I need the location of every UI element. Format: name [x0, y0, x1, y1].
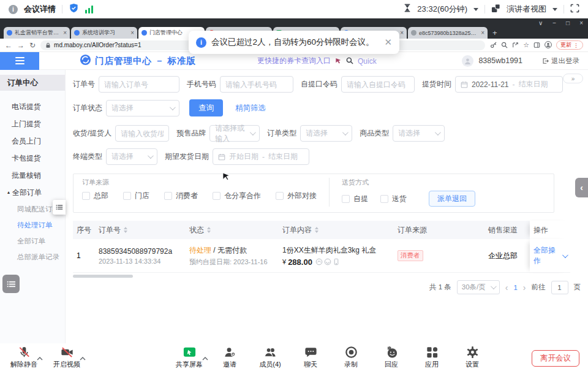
sort-icon[interactable] [315, 227, 318, 233]
checkbox-icon [380, 195, 388, 203]
pickup-time-range[interactable]: 2022-11-21 - 结束日期 [455, 76, 563, 93]
checkbox-consumer[interactable]: 消费者 [164, 191, 198, 201]
toast-close-icon[interactable]: ✕ [384, 37, 392, 48]
all-actions-dropdown[interactable]: 全部操作 [533, 245, 567, 266]
reload-icon[interactable]: ↻ [29, 41, 36, 50]
network-signal-icon[interactable] [85, 6, 93, 13]
checkbox-self-pickup[interactable]: 自提 [342, 194, 368, 204]
collapse-filters-button[interactable]: » [563, 74, 583, 83]
chrome-update-button[interactable]: 更新 ⋮ [556, 40, 583, 50]
checkbox-external[interactable]: 外部对接 [276, 191, 317, 201]
sidebar-item-batch-verify[interactable]: 批量核销 [0, 167, 65, 184]
header-status[interactable]: 状态 [186, 225, 279, 235]
unmute-button[interactable]: 解除静音 [7, 345, 40, 369]
goods-type-select[interactable]: 请选择 [393, 125, 445, 142]
search-icon[interactable] [346, 56, 353, 67]
prev-page-icon[interactable]: ‹ [505, 283, 508, 292]
header-content[interactable]: 订单内容 [279, 225, 394, 235]
forward-icon[interactable]: → [17, 41, 24, 50]
simple-filter-link[interactable]: 精简筛选 [235, 103, 266, 113]
chevron-up-icon[interactable] [80, 352, 86, 363]
order-type-select[interactable]: 请选择 [300, 125, 352, 142]
cell-order-no: 83859345088979792a [99, 247, 172, 256]
goto-page-input[interactable] [551, 281, 568, 294]
divider [329, 178, 330, 207]
order-no-input[interactable] [99, 76, 179, 93]
checkbox-store[interactable]: 门店 [123, 191, 149, 201]
collapse-panel-tab[interactable]: ‹ [575, 178, 588, 197]
terminal-type-select[interactable]: 请选择 [106, 148, 157, 165]
window-minimize-icon[interactable]: − [552, 20, 556, 26]
share-icon[interactable] [512, 40, 519, 51]
sidebar-subitem-hq-dispatch-log[interactable]: 总部派单记录 [0, 249, 65, 265]
header-source: 订单来源 [394, 225, 484, 235]
key-icon[interactable] [490, 40, 497, 51]
receiver-input[interactable] [115, 125, 169, 142]
next-page-icon[interactable]: › [523, 283, 526, 292]
horizontal-scrollbar[interactable] [73, 275, 133, 278]
page-size-select[interactable]: 30条/页 [457, 280, 500, 294]
chat-button[interactable]: 聊天 [294, 345, 327, 369]
profile-icon[interactable] [545, 40, 552, 51]
settings-button[interactable]: 设置 [456, 345, 489, 369]
chevron-up-icon[interactable] [37, 352, 43, 363]
new-tab-button[interactable]: + [492, 27, 497, 39]
checkbox-warehouse-share[interactable]: 仓分享合作 [213, 191, 261, 201]
quick-label[interactable]: Quick [358, 57, 377, 66]
meeting-info-icon[interactable]: i [9, 5, 18, 14]
menu-toggle-button[interactable] [0, 52, 39, 70]
react-button[interactable]: 回应 [375, 345, 408, 369]
apps-button[interactable]: 应用 [415, 345, 448, 369]
logout-button[interactable]: 退出登录 [542, 56, 579, 66]
sidebar-subitem-pending-orders[interactable]: 待处理订单 [0, 217, 65, 233]
sidebar-item-phone-pickup[interactable]: 电话提货 [0, 98, 65, 115]
search-button[interactable]: 查询 [189, 99, 223, 116]
share-screen-button[interactable]: 共享屏幕 [173, 345, 206, 369]
side-panel-icon[interactable] [533, 40, 540, 51]
tab-close-icon[interactable]: × [63, 30, 67, 36]
column-settings-handle[interactable] [53, 200, 66, 215]
fullscreen-icon[interactable] [570, 4, 579, 15]
current-page[interactable]: 1 [513, 284, 517, 291]
sidebar-item-card-pickup[interactable]: 卡包提货 [0, 150, 65, 167]
window-maximize-icon[interactable]: □ [566, 20, 570, 26]
timer-dropdown-icon[interactable] [473, 8, 478, 11]
header-order-no[interactable]: 订单号 [95, 225, 186, 235]
start-video-button[interactable]: 开启视频 [50, 345, 83, 369]
coupon-query-link[interactable]: 更快捷的券卡查询入口 [257, 56, 331, 66]
sidebar-item-door-pickup[interactable]: 上门提货 [0, 115, 65, 132]
dispatch-return-button[interactable]: 派单退回 [429, 191, 475, 207]
checkbox-delivery[interactable]: 送货 [380, 194, 407, 204]
browser-tab-1[interactable]: 礼盒营销平台管理中心 × [4, 27, 70, 39]
browser-tab-7[interactable]: e8c573980b1328a258fd2e6... × [408, 27, 488, 39]
checkbox-hq[interactable]: 总部 [82, 191, 108, 201]
bookmark-star-icon[interactable]: ☆ [523, 41, 529, 49]
select-placeholder: 请选择 [306, 128, 328, 139]
browser-tab-2[interactable]: 系统培训学习 × [71, 27, 137, 39]
order-status-select[interactable]: 请选择 [106, 100, 179, 116]
presale-brand-select[interactable]: 请选择或输入 [209, 125, 260, 142]
members-button[interactable]: 成员(4) [254, 345, 287, 369]
window-menu-icon[interactable]: ∨ [538, 20, 543, 26]
sidebar-item-all-orders[interactable]: ▴ 全部订单 [0, 184, 65, 201]
pickup-code-input[interactable] [341, 76, 415, 93]
shield-check-icon[interactable] [69, 3, 79, 16]
sort-icon[interactable] [207, 227, 211, 233]
invite-button[interactable]: 邀请 [213, 345, 246, 369]
zoom-icon[interactable] [501, 40, 508, 51]
leave-meeting-button[interactable]: 离开会议 [532, 350, 579, 367]
view-dropdown-icon[interactable] [552, 8, 557, 11]
tab-close-icon[interactable]: × [400, 30, 404, 36]
chevron-up-icon[interactable] [202, 352, 208, 363]
phone-input[interactable] [220, 76, 293, 93]
floating-list-button[interactable] [2, 275, 20, 293]
sort-icon[interactable] [124, 227, 127, 233]
expect-ship-date-range[interactable]: 开始日期 - 结束日期 [213, 148, 309, 165]
back-icon[interactable]: ← [5, 41, 12, 50]
sidebar-subitem-all-orders[interactable]: 全部订单 [0, 233, 65, 249]
window-close-icon[interactable]: × [579, 20, 583, 26]
tab-close-icon[interactable]: × [481, 30, 484, 36]
tab-close-icon[interactable]: × [130, 30, 134, 36]
record-button[interactable]: 录制 [334, 345, 368, 369]
sidebar-item-member-visit[interactable]: 会员上门 [0, 132, 65, 150]
